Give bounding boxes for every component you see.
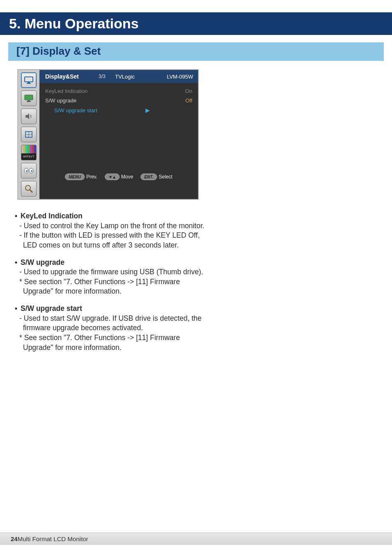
osd-hint-move: ▼▲Move [105,174,133,180]
svg-rect-2 [27,83,31,84]
osd-screenshot: W/F&VT Display&Set 3/3 TVLogic LVM-095W … [17,69,199,200]
svg-rect-0 [25,77,33,82]
feature-list: •KeyLed Indication - Used to control the… [15,211,208,352]
svg-point-13 [25,185,30,190]
feature-title: KeyLed Indication [21,211,83,221]
svg-rect-3 [25,95,33,100]
audio-icon [21,109,37,124]
osd-row-value: Off [127,97,192,104]
page-title: 5. Menu Operations [0,12,392,35]
osd-row-label: S/W upgrade start [45,107,127,113]
feature-swupgradestart: •S/W upgrade start - Used to start S/W u… [15,304,208,352]
svg-point-11 [26,170,28,172]
osd-panel: Display&Set 3/3 TVLogic LVM-095W KeyLed … [39,70,198,199]
feature-line: - Used to upgrade the firmware using USB… [15,267,208,277]
osd-row-label: S/W upgrade [45,97,127,104]
osd-row-swupgradestart: S/W upgrade start ▶ [44,105,193,115]
page-footer: 24 Multi Format LCD Monitor [0,533,392,545]
osd-row-swupgrade: S/W upgrade Off [44,96,193,105]
feature-line: * See section "7. Other Functions -> [11… [15,277,208,296]
feature-title: S/W upgrade start [21,304,82,314]
eyes-icon [21,163,37,178]
feature-swupgrade: •S/W upgrade - Used to upgrade the firmw… [15,258,208,297]
section-title: [7] Display & Set [8,42,384,61]
arrows-key-icon: ▼▲ [105,174,120,180]
picture-icon [21,90,37,106]
feature-line: - If the button with LED is pressed with… [15,231,208,250]
doc-title: Multi Format LCD Monitor [18,535,88,542]
osd-footer: MENUPrev. ▼▲Move ENT.Select [39,169,198,185]
osd-row-value: On [127,88,192,94]
osd-row-label: KeyLed Indication [45,88,127,94]
feature-title: S/W upgrade [21,258,65,268]
osd-row-keyled: KeyLed Indication On [44,86,193,96]
svg-rect-1 [28,82,30,83]
svg-point-12 [31,170,32,172]
submenu-arrow-icon: ▶ [127,107,168,113]
monitor-icon [21,72,37,88]
osd-header-title: Display&Set [45,73,99,80]
magnifier-icon [21,181,37,197]
page-number: 24 [11,535,18,542]
osd-body: KeyLed Indication On S/W upgrade Off S/W… [39,83,198,169]
menu-key-icon: MENU [65,174,84,180]
osd-header: Display&Set 3/3 TVLogic LVM-095W [39,70,198,83]
osd-hint-prev: MENUPrev. [65,174,97,180]
osd-category-sidebar: W/F&VT [18,70,39,199]
smpte-bars-icon: W/F&VT [21,145,37,160]
ent-key-icon: ENT. [141,174,157,180]
feature-line: * See section "7. Other Functions -> [11… [15,333,208,352]
osd-model: LVM-095W [144,74,193,80]
svg-line-14 [30,190,32,192]
svg-rect-4 [28,100,30,101]
osd-page-indicator: 3/3 [99,74,115,79]
osd-brand: TVLogic [115,74,144,80]
feature-line: - Used to start S/W upgrade. If USB driv… [15,314,208,333]
feature-line: - Used to control the Key Lamp on the fr… [15,221,208,231]
svg-rect-5 [27,101,31,102]
marker-icon [21,127,37,142]
feature-keyled: •KeyLed Indication - Used to control the… [15,211,208,250]
osd-hint-select: ENT.Select [141,174,172,180]
